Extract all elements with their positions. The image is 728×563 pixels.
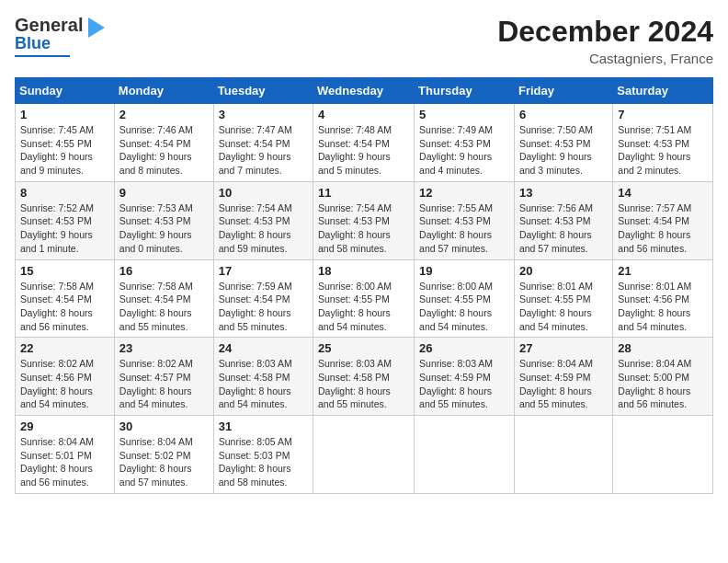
calendar-cell-day-18: 18 Sunrise: 8:00 AMSunset: 4:55 PMDaylig…	[313, 259, 415, 338]
day-info: Sunrise: 7:50 AMSunset: 4:53 PMDaylight:…	[519, 124, 593, 176]
day-number: 17	[219, 264, 308, 278]
calendar-cell-day-14: 14 Sunrise: 7:57 AMSunset: 4:54 PMDaylig…	[613, 181, 713, 259]
location: Castagniers, France	[497, 51, 713, 66]
day-info: Sunrise: 7:57 AMSunset: 4:54 PMDaylight:…	[618, 202, 691, 254]
day-number: 24	[219, 341, 308, 355]
day-info: Sunrise: 8:03 AMSunset: 4:58 PMDaylight:…	[318, 358, 392, 409]
calendar-cell-day-27: 27 Sunrise: 8:04 AMSunset: 4:59 PMDaylig…	[514, 338, 612, 416]
day-info: Sunrise: 7:58 AMSunset: 4:54 PMDaylight:…	[20, 281, 94, 332]
day-info: Sunrise: 8:00 AMSunset: 4:55 PMDaylight:…	[318, 281, 392, 332]
page-header: General Blue December 2024 Castagniers, …	[15, 15, 713, 66]
calendar-table: Sunday Monday Tuesday Wednesday Thursday…	[15, 77, 713, 494]
day-number: 8	[20, 186, 109, 200]
calendar-cell-day-13: 13 Sunrise: 7:56 AMSunset: 4:53 PMDaylig…	[514, 181, 612, 259]
title-block: December 2024 Castagniers, France	[497, 15, 713, 66]
calendar-cell-day-29: 29 Sunrise: 8:04 AMSunset: 5:01 PMDaylig…	[16, 416, 115, 494]
day-info: Sunrise: 8:02 AMSunset: 4:57 PMDaylight:…	[119, 358, 193, 409]
day-number: 25	[318, 341, 409, 355]
day-number: 26	[419, 341, 509, 355]
calendar-cell-day-3: 3 Sunrise: 7:47 AMSunset: 4:54 PMDayligh…	[213, 104, 313, 182]
day-number: 23	[119, 341, 209, 355]
calendar-row: 29 Sunrise: 8:04 AMSunset: 5:01 PMDaylig…	[16, 416, 713, 494]
col-tuesday: Tuesday	[213, 78, 313, 104]
calendar-cell-day-6: 6 Sunrise: 7:50 AMSunset: 4:53 PMDayligh…	[514, 104, 612, 182]
calendar-cell-day-26: 26 Sunrise: 8:03 AMSunset: 4:59 PMDaylig…	[415, 338, 515, 416]
day-number: 22	[20, 341, 109, 355]
day-info: Sunrise: 7:56 AMSunset: 4:53 PMDaylight:…	[519, 202, 593, 254]
day-number: 4	[318, 108, 409, 121]
day-number: 12	[419, 186, 509, 200]
calendar-cell-day-22: 22 Sunrise: 8:02 AMSunset: 4:56 PMDaylig…	[16, 338, 115, 416]
calendar-row: 8 Sunrise: 7:52 AMSunset: 4:53 PMDayligh…	[16, 181, 713, 259]
calendar-cell-day-20: 20 Sunrise: 8:01 AMSunset: 4:55 PMDaylig…	[514, 259, 612, 338]
calendar-cell-day-5: 5 Sunrise: 7:49 AMSunset: 4:53 PMDayligh…	[415, 104, 515, 182]
calendar-cell-day-16: 16 Sunrise: 7:58 AMSunset: 4:54 PMDaylig…	[114, 259, 213, 338]
day-info: Sunrise: 8:05 AMSunset: 5:03 PMDaylight:…	[219, 436, 292, 488]
day-info: Sunrise: 7:49 AMSunset: 4:53 PMDaylight:…	[419, 124, 493, 176]
day-info: Sunrise: 8:00 AMSunset: 4:55 PMDaylight:…	[419, 281, 493, 332]
day-number: 6	[519, 108, 608, 121]
col-friday: Friday	[514, 78, 612, 104]
day-info: Sunrise: 7:55 AMSunset: 4:53 PMDaylight:…	[419, 202, 493, 254]
day-info: Sunrise: 7:51 AMSunset: 4:53 PMDaylight:…	[618, 124, 691, 176]
day-number: 15	[20, 264, 109, 278]
col-sunday: Sunday	[16, 78, 115, 104]
calendar-cell-day-21: 21 Sunrise: 8:01 AMSunset: 4:56 PMDaylig…	[613, 259, 713, 338]
day-info: Sunrise: 7:52 AMSunset: 4:53 PMDaylight:…	[20, 202, 94, 254]
day-number: 11	[318, 186, 409, 200]
day-number: 18	[318, 264, 409, 278]
calendar-header-row: Sunday Monday Tuesday Wednesday Thursday…	[16, 78, 713, 104]
day-number: 9	[119, 186, 209, 200]
day-info: Sunrise: 7:59 AMSunset: 4:54 PMDaylight:…	[219, 281, 292, 332]
day-info: Sunrise: 8:02 AMSunset: 4:56 PMDaylight:…	[20, 358, 94, 409]
calendar-cell-day-17: 17 Sunrise: 7:59 AMSunset: 4:54 PMDaylig…	[213, 259, 313, 338]
day-number: 30	[119, 419, 209, 433]
day-number: 27	[519, 341, 608, 355]
day-number: 14	[618, 186, 708, 200]
month-title: December 2024	[497, 15, 713, 49]
calendar-cell-day-12: 12 Sunrise: 7:55 AMSunset: 4:53 PMDaylig…	[415, 181, 515, 259]
day-info: Sunrise: 7:53 AMSunset: 4:53 PMDaylight:…	[119, 202, 193, 254]
day-number: 5	[419, 108, 509, 121]
day-info: Sunrise: 7:54 AMSunset: 4:53 PMDaylight:…	[318, 202, 392, 254]
empty-cell	[313, 416, 415, 494]
day-info: Sunrise: 8:03 AMSunset: 4:58 PMDaylight:…	[219, 358, 292, 409]
logo-arrow-icon	[88, 17, 105, 38]
day-number: 13	[519, 186, 608, 200]
day-info: Sunrise: 7:45 AMSunset: 4:55 PMDaylight:…	[20, 124, 94, 176]
day-info: Sunrise: 7:48 AMSunset: 4:54 PMDaylight:…	[318, 124, 392, 176]
day-info: Sunrise: 8:01 AMSunset: 4:55 PMDaylight:…	[519, 281, 593, 332]
empty-cell	[415, 416, 515, 494]
svg-marker-0	[88, 17, 105, 38]
calendar-cell-day-19: 19 Sunrise: 8:00 AMSunset: 4:55 PMDaylig…	[415, 259, 515, 338]
calendar-cell-day-9: 9 Sunrise: 7:53 AMSunset: 4:53 PMDayligh…	[114, 181, 213, 259]
calendar-cell-day-24: 24 Sunrise: 8:03 AMSunset: 4:58 PMDaylig…	[213, 338, 313, 416]
calendar-cell-day-2: 2 Sunrise: 7:46 AMSunset: 4:54 PMDayligh…	[114, 104, 213, 182]
calendar-row: 22 Sunrise: 8:02 AMSunset: 4:56 PMDaylig…	[16, 338, 713, 416]
logo: General Blue	[15, 15, 105, 57]
calendar-row: 15 Sunrise: 7:58 AMSunset: 4:54 PMDaylig…	[16, 259, 713, 338]
day-number: 19	[419, 264, 509, 278]
day-info: Sunrise: 8:04 AMSunset: 5:02 PMDaylight:…	[119, 436, 193, 488]
col-saturday: Saturday	[613, 78, 713, 104]
day-number: 21	[618, 264, 708, 278]
calendar-cell-day-11: 11 Sunrise: 7:54 AMSunset: 4:53 PMDaylig…	[313, 181, 415, 259]
empty-cell	[613, 416, 713, 494]
day-info: Sunrise: 7:58 AMSunset: 4:54 PMDaylight:…	[119, 281, 193, 332]
calendar-cell-day-15: 15 Sunrise: 7:58 AMSunset: 4:54 PMDaylig…	[16, 259, 115, 338]
day-number: 1	[20, 108, 109, 121]
day-number: 28	[618, 341, 708, 355]
calendar-cell-day-25: 25 Sunrise: 8:03 AMSunset: 4:58 PMDaylig…	[313, 338, 415, 416]
day-info: Sunrise: 8:04 AMSunset: 4:59 PMDaylight:…	[519, 358, 593, 409]
calendar-cell-day-28: 28 Sunrise: 8:04 AMSunset: 5:00 PMDaylig…	[613, 338, 713, 416]
calendar-cell-day-10: 10 Sunrise: 7:54 AMSunset: 4:53 PMDaylig…	[213, 181, 313, 259]
day-number: 2	[119, 108, 209, 121]
day-info: Sunrise: 8:04 AMSunset: 5:01 PMDaylight:…	[20, 436, 94, 488]
day-info: Sunrise: 7:47 AMSunset: 4:54 PMDaylight:…	[219, 124, 292, 176]
calendar-cell-day-1: 1 Sunrise: 7:45 AMSunset: 4:55 PMDayligh…	[16, 104, 115, 182]
calendar-cell-day-7: 7 Sunrise: 7:51 AMSunset: 4:53 PMDayligh…	[613, 104, 713, 182]
empty-cell	[514, 416, 612, 494]
day-number: 31	[219, 419, 308, 433]
calendar-cell-day-8: 8 Sunrise: 7:52 AMSunset: 4:53 PMDayligh…	[16, 181, 115, 259]
day-info: Sunrise: 8:03 AMSunset: 4:59 PMDaylight:…	[419, 358, 493, 409]
